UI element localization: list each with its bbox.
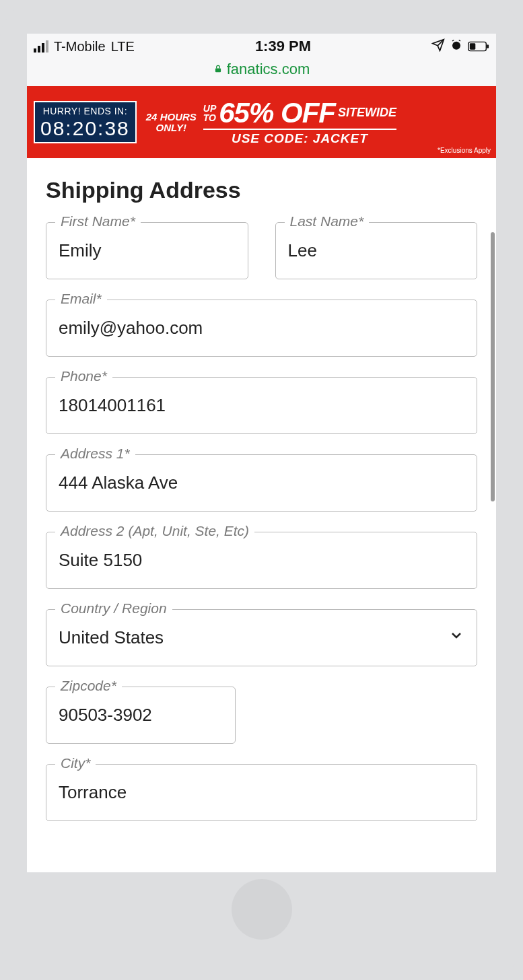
network-label: LTE [111,39,135,55]
browser-url-bar[interactable]: fanatics.com [27,59,496,86]
location-icon [431,38,445,55]
city-input[interactable] [46,764,477,821]
first-name-input[interactable] [46,222,248,279]
browser-domain: fanatics.com [227,61,310,78]
battery-icon [468,41,489,52]
promo-24hours: 24 HOURS [146,112,197,123]
promo-usecode: USE CODE: JACKET [203,129,396,146]
email-label: Email* [55,291,107,307]
address2-input[interactable] [46,532,477,589]
chevron-down-icon [448,627,464,648]
promo-percent: 65% OFF [219,99,335,127]
promo-sitewide: SITEWIDE [338,106,396,120]
alarm-icon [450,39,462,55]
address2-label: Address 2 (Apt, Unit, Ste, Etc) [55,523,254,539]
svg-point-0 [452,41,460,49]
address1-input[interactable] [46,454,477,512]
lock-icon [213,61,223,78]
scrollbar-thumb[interactable] [491,232,495,501]
address1-label: Address 1* [55,446,135,462]
page-title: Shipping Address [46,177,477,203]
carrier-label: T-Mobile [54,39,106,55]
zipcode-input[interactable] [46,687,236,744]
svg-rect-2 [470,43,475,49]
promo-text: 24 HOURS ONLY! UPTO 65% OFF SITEWIDE USE… [146,99,489,146]
countdown-timer: 08:20:38 [40,117,130,139]
promo-banner[interactable]: HURRY! ENDS IN: 08:20:38 24 HOURS ONLY! … [27,86,496,158]
status-bar: T-Mobile LTE 1:39 PM [27,34,496,59]
screen: T-Mobile LTE 1:39 PM fanatics.com [27,34,496,872]
device-frame: T-Mobile LTE 1:39 PM fanatics.com [0,0,523,980]
email-input[interactable] [46,300,477,357]
city-label: City* [55,755,96,771]
svg-rect-3 [487,44,489,48]
first-name-label: First Name* [55,213,141,230]
zipcode-label: Zipcode* [55,678,122,694]
clock: 1:39 PM [255,38,311,55]
country-value: United States [59,627,164,648]
promo-upto: UPTO [203,104,216,123]
promo-only: ONLY! [146,123,197,133]
countdown-hurry: HURRY! ENDS IN: [40,106,130,116]
svg-rect-4 [215,68,221,72]
country-label: Country / Region [55,600,172,617]
form-scroll-area[interactable]: Shipping Address First Name* Last Name* … [27,158,496,872]
home-button[interactable] [232,879,292,940]
phone-input[interactable] [46,377,477,434]
signal-icon [34,40,48,53]
countdown-box: HURRY! ENDS IN: 08:20:38 [34,101,137,143]
last-name-input[interactable] [275,222,478,279]
country-select[interactable]: United States [46,609,477,666]
last-name-label: Last Name* [285,213,370,230]
phone-label: Phone* [55,368,112,384]
promo-exclusions: *Exclusions Apply [438,147,491,154]
